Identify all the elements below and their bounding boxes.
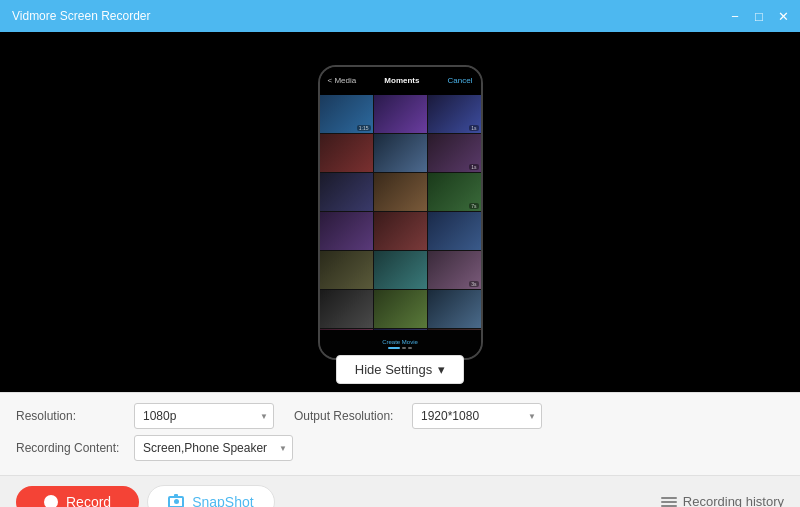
app-title: Vidmore Screen Recorder bbox=[12, 9, 151, 23]
list-item[interactable]: 1:15 bbox=[320, 95, 373, 133]
list-item[interactable] bbox=[428, 329, 481, 330]
recording-content-row: Recording Content: Screen,Phone Speaker … bbox=[16, 435, 784, 461]
recording-content-select[interactable]: Screen,Phone Speaker Screen Only Screen,… bbox=[134, 435, 293, 461]
record-icon bbox=[44, 495, 58, 508]
list-item[interactable] bbox=[374, 134, 427, 172]
list-item[interactable]: 1s bbox=[428, 134, 481, 172]
output-resolution-label: Output Resolution: bbox=[294, 409, 404, 423]
camera-icon bbox=[168, 496, 184, 508]
list-item[interactable] bbox=[374, 95, 427, 133]
minimize-button[interactable]: − bbox=[726, 7, 744, 25]
list-item[interactable] bbox=[320, 329, 373, 330]
list-item[interactable]: 7s bbox=[428, 173, 481, 211]
list-item[interactable]: 1s bbox=[428, 95, 481, 133]
history-label: Recording history bbox=[683, 494, 784, 507]
chevron-down-icon: ▾ bbox=[438, 362, 445, 377]
snapshot-label: SnapShot bbox=[192, 494, 254, 508]
phone-top-bar: < Media Moments Cancel bbox=[320, 67, 481, 95]
recording-content-select-wrapper: Screen,Phone Speaker Screen Only Screen,… bbox=[134, 435, 293, 461]
window-controls: − □ ✕ bbox=[726, 7, 792, 25]
output-resolution-select-wrapper: 1280*720 1920*1080 2560*1440 bbox=[412, 403, 542, 429]
resolution-select[interactable]: 720p 1080p 1440p 4K bbox=[134, 403, 274, 429]
maximize-button[interactable]: □ bbox=[750, 7, 768, 25]
recording-content-label: Recording Content: bbox=[16, 441, 126, 455]
list-item[interactable]: 3s bbox=[428, 251, 481, 289]
resolution-select-wrapper: 720p 1080p 1440p 4K bbox=[134, 403, 274, 429]
snapshot-button[interactable]: SnapShot bbox=[147, 485, 275, 508]
create-movie-label: Create Movie bbox=[382, 339, 418, 345]
list-item[interactable] bbox=[374, 329, 427, 330]
hide-settings-button[interactable]: Hide Settings ▾ bbox=[336, 355, 464, 384]
close-button[interactable]: ✕ bbox=[774, 7, 792, 25]
list-item[interactable] bbox=[320, 212, 373, 250]
list-icon bbox=[661, 497, 677, 507]
photo-grid: 1:15 1s 1s 7s 3s bbox=[320, 95, 481, 330]
resolution-row: Resolution: 720p 1080p 1440p 4K Output R… bbox=[16, 403, 784, 429]
record-label: Record bbox=[66, 494, 111, 508]
phone-nav-back[interactable]: < Media bbox=[328, 76, 357, 85]
record-button[interactable]: Record bbox=[16, 486, 139, 508]
recording-area: < Media Moments Cancel 1:15 1s 1s 7s 3s bbox=[0, 32, 800, 392]
list-item[interactable] bbox=[374, 212, 427, 250]
phone-nav-moments: Moments bbox=[384, 76, 419, 85]
list-item[interactable] bbox=[374, 173, 427, 211]
list-item[interactable] bbox=[374, 251, 427, 289]
list-item[interactable] bbox=[428, 212, 481, 250]
phone-nav-cancel[interactable]: Cancel bbox=[448, 76, 473, 85]
settings-panel: Resolution: 720p 1080p 1440p 4K Output R… bbox=[0, 392, 800, 475]
hamburger-line bbox=[661, 501, 677, 503]
list-item[interactable] bbox=[374, 290, 427, 328]
output-resolution-select[interactable]: 1280*720 1920*1080 2560*1440 bbox=[412, 403, 542, 429]
hamburger-line bbox=[661, 505, 677, 507]
action-bar: Record SnapShot Recording history bbox=[0, 475, 800, 507]
list-item[interactable] bbox=[320, 173, 373, 211]
hide-settings-label: Hide Settings bbox=[355, 362, 432, 377]
list-item[interactable] bbox=[428, 290, 481, 328]
hide-settings-row: Hide Settings ▾ bbox=[0, 346, 800, 392]
list-item[interactable] bbox=[320, 290, 373, 328]
resolution-label: Resolution: bbox=[16, 409, 126, 423]
title-bar: Vidmore Screen Recorder − □ ✕ bbox=[0, 0, 800, 32]
phone-mockup: < Media Moments Cancel 1:15 1s 1s 7s 3s bbox=[318, 65, 483, 360]
hamburger-line bbox=[661, 497, 677, 499]
action-left: Record SnapShot bbox=[16, 485, 275, 508]
list-item[interactable] bbox=[320, 134, 373, 172]
list-item[interactable] bbox=[320, 251, 373, 289]
recording-history-button[interactable]: Recording history bbox=[661, 494, 784, 507]
